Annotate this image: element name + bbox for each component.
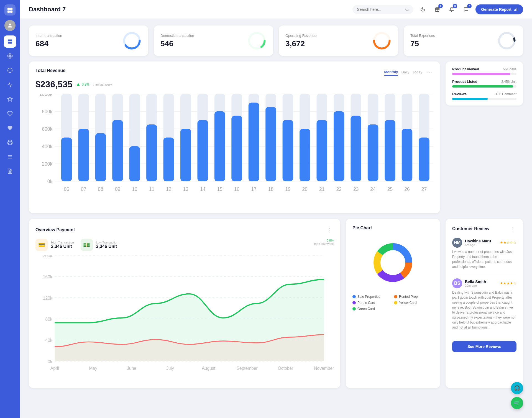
metrics-card: Product Viewed 561/days Product Listed 3… bbox=[446, 61, 523, 106]
sidebar-item-menu[interactable] bbox=[4, 151, 16, 163]
bar-4[interactable] bbox=[129, 146, 140, 181]
svg-text:200k: 200k bbox=[43, 255, 52, 258]
right-panel: Product Viewed 561/days Product Listed 3… bbox=[446, 61, 523, 213]
bell-badge: 12 bbox=[453, 4, 457, 8]
revenue-amount: $236,535 ▲ 0.8% than last week bbox=[35, 79, 433, 89]
svg-text:26: 26 bbox=[404, 186, 410, 192]
bell-button[interactable]: 12 bbox=[447, 4, 457, 14]
bar-20[interactable] bbox=[402, 129, 413, 181]
bar-21[interactable] bbox=[419, 138, 429, 181]
svg-rect-5 bbox=[8, 40, 10, 42]
metric-bar-1 bbox=[452, 85, 516, 88]
sidebar-item-heart[interactable] bbox=[4, 107, 16, 120]
svg-text:16: 16 bbox=[234, 186, 239, 192]
sidebar-item-dashboard[interactable] bbox=[4, 35, 16, 48]
legend-item-0: Sale Properties bbox=[352, 295, 392, 299]
chat-badge: 5 bbox=[467, 4, 472, 8]
metric-fill-0 bbox=[452, 73, 510, 75]
svg-text:14: 14 bbox=[200, 186, 206, 192]
svg-line-21 bbox=[408, 10, 409, 11]
cart-fab[interactable]: 🛒 bbox=[511, 397, 523, 409]
bar-12[interactable] bbox=[265, 107, 276, 181]
svg-text:September: September bbox=[236, 366, 257, 371]
svg-rect-3 bbox=[10, 11, 12, 13]
header: Dashboard 7 2 12 5 Generate Repo bbox=[20, 0, 532, 19]
metric-value-1: 3,456 Unit bbox=[501, 80, 516, 84]
review-time-1: 20m ago bbox=[465, 284, 486, 287]
tab-daily[interactable]: Daily bbox=[401, 70, 409, 75]
tab-monthly[interactable]: Monthly bbox=[384, 70, 398, 76]
bar-5[interactable] bbox=[146, 124, 157, 181]
revenue-menu[interactable]: ⋯ bbox=[426, 68, 433, 77]
bar-2[interactable] bbox=[95, 133, 106, 181]
payment-stats: 💳 High Transaction 2,346 Unit 💵 Low Tran… bbox=[35, 239, 334, 251]
sidebar-item-settings[interactable] bbox=[4, 50, 16, 62]
bar-13[interactable] bbox=[283, 120, 293, 181]
bar-18[interactable] bbox=[368, 124, 378, 181]
moon-icon bbox=[420, 7, 425, 12]
sidebar-item-info[interactable] bbox=[4, 64, 16, 76]
bar-14[interactable] bbox=[300, 129, 310, 181]
svg-text:800k: 800k bbox=[42, 109, 52, 114]
bar-6[interactable] bbox=[163, 138, 174, 181]
payment-menu[interactable]: ⋮ bbox=[326, 225, 334, 234]
gift-button[interactable]: 2 bbox=[432, 4, 442, 14]
svg-text:1000k: 1000k bbox=[39, 94, 53, 97]
search-input[interactable] bbox=[357, 7, 403, 12]
bar-9[interactable] bbox=[214, 111, 225, 181]
sidebar-item-print[interactable] bbox=[4, 136, 16, 148]
review-text-1: Dealing with Syamsudin and Bakri was a j… bbox=[452, 290, 516, 330]
bar-11[interactable] bbox=[249, 103, 259, 181]
svg-text:25: 25 bbox=[387, 186, 393, 192]
review-meta-0: Hawkins Maru 5m ago bbox=[465, 239, 491, 247]
svg-text:10: 10 bbox=[132, 186, 137, 192]
user-avatar[interactable] bbox=[4, 20, 16, 31]
sidebar-item-star[interactable] bbox=[4, 93, 16, 105]
legend-label-3: Yellow Card bbox=[399, 301, 417, 305]
sidebar-item-documents[interactable] bbox=[4, 165, 16, 177]
metric-label-0: Product Viewed bbox=[452, 67, 479, 71]
svg-text:24: 24 bbox=[370, 186, 376, 192]
svg-text:27: 27 bbox=[421, 186, 427, 192]
svg-text:06: 06 bbox=[64, 186, 69, 192]
chat-button[interactable]: 5 bbox=[461, 4, 471, 14]
stat-card-0: Inter. transaction 684 bbox=[29, 25, 148, 56]
bar-3[interactable] bbox=[112, 120, 123, 181]
svg-text:13: 13 bbox=[183, 186, 188, 192]
sidebar-logo[interactable] bbox=[4, 4, 16, 16]
see-more-button[interactable]: See More Reviews bbox=[452, 341, 516, 352]
dark-mode-toggle[interactable] bbox=[418, 4, 428, 14]
sidebar-item-analytics[interactable] bbox=[4, 79, 16, 91]
svg-text:40k: 40k bbox=[45, 338, 52, 343]
bar-17[interactable] bbox=[351, 116, 361, 181]
bar-8[interactable] bbox=[197, 120, 208, 181]
bar-1[interactable] bbox=[78, 129, 89, 181]
bar-19[interactable] bbox=[385, 120, 395, 181]
svg-rect-24 bbox=[517, 8, 517, 11]
legend-dot-3 bbox=[394, 301, 397, 304]
bar-15[interactable] bbox=[317, 120, 328, 181]
svg-text:07: 07 bbox=[81, 186, 86, 192]
bar-7[interactable] bbox=[180, 129, 191, 181]
bar-0[interactable] bbox=[61, 138, 72, 181]
legend-dot-4 bbox=[352, 307, 356, 311]
svg-text:October: October bbox=[278, 366, 293, 371]
sidebar-item-liked[interactable] bbox=[4, 122, 16, 134]
pie-chart-card: Pie Chart Sale Properties Rented Prop Pu… bbox=[346, 219, 440, 388]
metric-2: Reviews 456 Comment bbox=[452, 92, 516, 100]
tab-today[interactable]: Today bbox=[413, 70, 422, 75]
search-box[interactable] bbox=[352, 5, 413, 14]
svg-text:November: November bbox=[314, 366, 334, 371]
svg-rect-14 bbox=[9, 143, 11, 145]
svg-text:15: 15 bbox=[217, 186, 222, 192]
svg-rect-26 bbox=[514, 9, 515, 11]
reviews-menu[interactable]: ⋮ bbox=[509, 224, 516, 233]
bar-16[interactable] bbox=[334, 111, 344, 181]
high-tx-value: 2,346 Unit bbox=[51, 244, 74, 249]
support-fab[interactable]: 🎧 bbox=[511, 382, 523, 394]
legend-dot-1 bbox=[394, 295, 397, 298]
generate-report-button[interactable]: Generate Report bbox=[475, 4, 523, 14]
bar-10[interactable] bbox=[231, 116, 242, 181]
review-stars-1: ★★★★☆ bbox=[500, 281, 516, 285]
review-item-0: HM Hawkins Maru 5m ago ★★☆☆☆ I viewed a … bbox=[452, 238, 516, 274]
